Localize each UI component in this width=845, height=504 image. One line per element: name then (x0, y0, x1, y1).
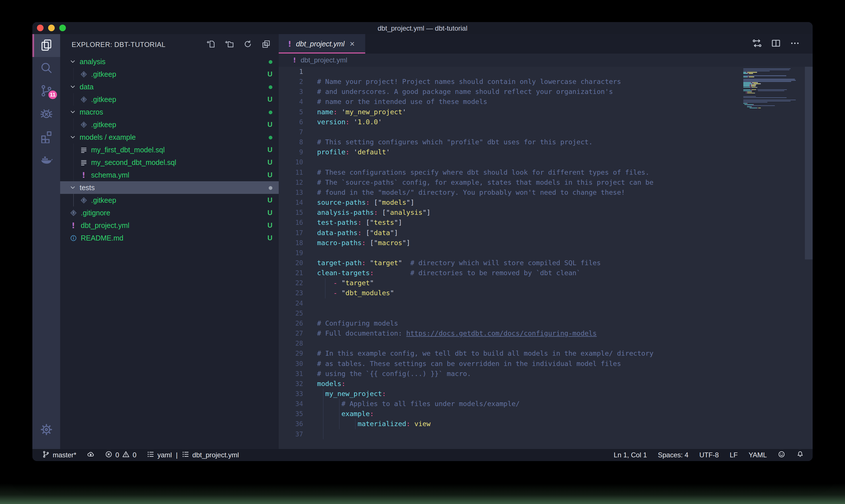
code-line-25[interactable]: 25 (279, 308, 813, 319)
open-changes-button[interactable] (752, 38, 762, 50)
code-line-7[interactable]: 7 (279, 127, 813, 137)
minimap-line (743, 85, 756, 85)
code-line-15[interactable]: 15analysis-paths: ["analysis"] (279, 208, 813, 218)
status-language-mode[interactable]: YAML (749, 451, 767, 459)
code-line-27[interactable]: 27# Full documentation: https://docs.get… (279, 328, 813, 339)
code-line-21[interactable]: 21clean-targets: # directories to be rem… (279, 268, 813, 278)
code-line-28[interactable]: 28 (279, 339, 813, 348)
code-line-11[interactable]: 11# These configurations specify where d… (279, 167, 813, 178)
status-problems[interactable]: 00 (105, 450, 137, 460)
code-line-26[interactable]: 26# Configuring models (279, 319, 813, 328)
code-line-8[interactable]: 8# This setting configures which "profil… (279, 137, 813, 147)
more-actions-button[interactable] (790, 38, 800, 50)
code-line-37[interactable]: 37 (279, 429, 813, 439)
code-line-29[interactable]: 29# In this example config, we tell dbt … (279, 348, 813, 359)
new-folder-button[interactable] (225, 39, 234, 50)
tree-file-readme-md[interactable]: README.mdU (60, 232, 279, 244)
code-line-10[interactable]: 10 (279, 157, 813, 167)
tree-file-my-first-dbt-model-sql[interactable]: my_first_dbt_model.sqlU (60, 143, 279, 156)
minimap-line (743, 102, 767, 103)
tree-file--gitkeep[interactable]: .gitkeepU (60, 118, 279, 131)
chevron-down-icon[interactable] (68, 80, 78, 93)
status-eol[interactable]: LF (730, 451, 738, 459)
code-line-2[interactable]: 2# Name your project! Project names shou… (279, 77, 813, 87)
code-line-20[interactable]: 20target-path: "target" # directory whic… (279, 258, 813, 268)
code-line-5[interactable]: 5name: 'my_new_project' (279, 107, 813, 117)
tree-file--gitkeep[interactable]: .gitkeepU (60, 93, 279, 106)
code-line-17[interactable]: 17data-paths: ["data"] (279, 228, 813, 238)
status-notifications[interactable] (796, 450, 804, 460)
status-indentation[interactable]: Spaces: 4 (658, 451, 689, 459)
tab-dbt-project-yml[interactable]: ! dbt_project.yml × (279, 34, 365, 54)
code-line-4[interactable]: 4# name or the intended use of these mod… (279, 97, 813, 107)
desktop-wallpaper-strip (0, 483, 845, 504)
breadcrumb-file[interactable]: dbt_project.yml (301, 56, 347, 64)
code-line-31[interactable]: 31# using the `{{ config(...) }}` macro. (279, 369, 813, 379)
tree-folder-tests[interactable]: tests (60, 181, 279, 194)
chevron-down-icon[interactable] (68, 181, 78, 194)
code-line-14[interactable]: 14source-paths: ["models"] (279, 198, 813, 208)
code-line-33[interactable]: 33 my_new_project: (279, 389, 813, 399)
code-line-16[interactable]: 16test-paths: ["tests"] (279, 218, 813, 228)
status-sync[interactable] (87, 450, 94, 460)
breadcrumb[interactable]: ! dbt_project.yml (279, 54, 813, 67)
refresh-button[interactable] (243, 39, 252, 50)
code-line-23[interactable]: 23 - "dbt_modules" (279, 288, 813, 298)
tree-folder-data[interactable]: data (60, 80, 279, 93)
collapse-all-button[interactable] (262, 39, 271, 50)
activity-item-docker[interactable] (32, 149, 60, 172)
tree-folder-macros[interactable]: macros (60, 106, 279, 118)
tree-folder-analysis[interactable]: analysis (60, 55, 279, 68)
code-line-36[interactable]: 36 materialized: view (279, 419, 813, 429)
status-cursor-position[interactable]: Ln 1, Col 1 (614, 451, 647, 459)
code-line-19[interactable]: 19 (279, 248, 813, 258)
tree-folder-models-example[interactable]: models / example (60, 131, 279, 143)
activity-item-extensions[interactable] (32, 126, 60, 149)
ellipsis-icon (790, 44, 800, 49)
code-line-3[interactable]: 3# and underscores. A good package name … (279, 87, 813, 97)
code-line-9[interactable]: 9profile: 'default' (279, 147, 813, 157)
code-line-6[interactable]: 6version: '1.0.0' (279, 117, 813, 127)
status-task-yaml[interactable]: yaml|dbt_project.yml (147, 450, 239, 460)
git-untracked-badge: U (268, 196, 272, 204)
minimap-line (743, 93, 755, 93)
activity-item-source-control[interactable]: 11 (32, 80, 60, 103)
activity-item-debug[interactable] (32, 103, 60, 126)
code-line-18[interactable]: 18macro-paths: ["macros"] (279, 238, 813, 248)
chevron-down-icon[interactable] (68, 106, 78, 118)
tree-file--gitkeep[interactable]: .gitkeepU (60, 194, 279, 206)
code-line-24[interactable]: 24 (279, 299, 813, 308)
code-text: analysis-paths: ["analysis"] (317, 208, 431, 218)
activity-item-explorer[interactable] (32, 34, 60, 57)
chevron-down-icon[interactable] (68, 131, 78, 143)
tree-file-dbt-project-yml[interactable]: !dbt_project.ymlU (60, 219, 279, 232)
status-feedback[interactable] (778, 450, 786, 460)
status-encoding[interactable]: UTF-8 (699, 451, 719, 459)
code-line-35[interactable]: 35 example: (279, 409, 813, 419)
tree-file-schema-yml[interactable]: !schema.ymlU (60, 169, 279, 181)
tree-file-my-second-dbt-model-sql[interactable]: my_second_dbt_model.sqlU (60, 156, 279, 169)
line-number: 25 (279, 308, 303, 319)
close-tab-icon[interactable]: × (350, 39, 355, 48)
code-text: # name or the intended use of these mode… (317, 97, 487, 107)
tree-file--gitkeep[interactable]: .gitkeepU (60, 68, 279, 80)
scrollbar-thumb[interactable] (805, 67, 813, 259)
explorer-actions (206, 39, 271, 50)
code-line-30[interactable]: 30# as tables. These settings can be ove… (279, 359, 813, 369)
new-file-button[interactable] (206, 39, 216, 50)
settings-button[interactable] (32, 419, 60, 442)
chevron-down-icon[interactable] (68, 55, 78, 68)
code-line-34[interactable]: 34 # Applies to all files under models/e… (279, 399, 813, 409)
status-git-branch[interactable]: master* (42, 450, 76, 460)
tree-file--gitignore[interactable]: .gitignoreU (60, 206, 279, 219)
line-number: 35 (279, 409, 303, 419)
split-editor-button[interactable] (771, 38, 781, 50)
activity-item-search[interactable] (32, 57, 60, 80)
minimap-line (743, 101, 791, 101)
code-line-13[interactable]: 13# found in the "models/" directory. Yo… (279, 187, 813, 198)
code-line-22[interactable]: 22 - "target" (279, 278, 813, 288)
code-line-1[interactable]: 1 (279, 67, 813, 77)
code-line-32[interactable]: 32models: (279, 379, 813, 389)
code-editor[interactable]: 12# Name your project! Project names sho… (279, 67, 813, 449)
code-line-12[interactable]: 12# The `source-paths` config, for examp… (279, 178, 813, 187)
